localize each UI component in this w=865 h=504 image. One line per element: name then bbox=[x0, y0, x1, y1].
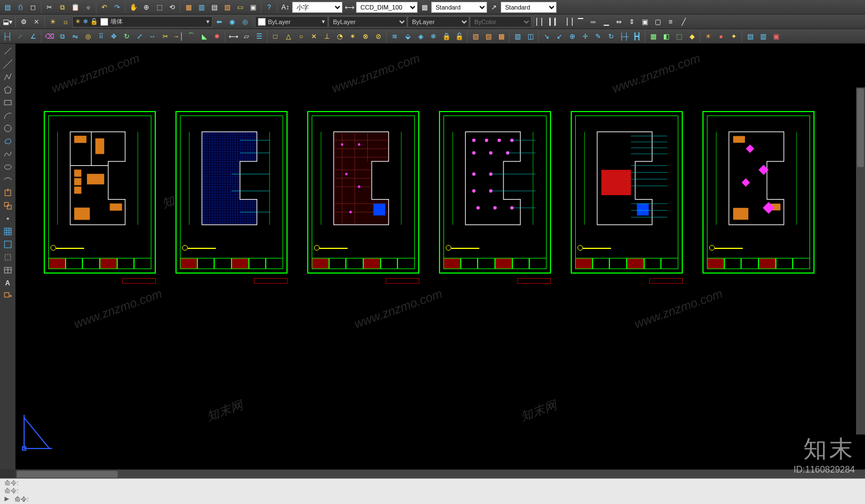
ellipse-tool-icon[interactable] bbox=[1, 161, 15, 173]
gradient-icon[interactable]: ◧ bbox=[660, 30, 672, 43]
new-icon[interactable]: ▤ bbox=[1, 1, 13, 13]
xline-tool-icon[interactable] bbox=[1, 58, 15, 70]
make-block-tool-icon[interactable] bbox=[1, 200, 15, 212]
vertical-scrollbar[interactable] bbox=[856, 87, 865, 434]
dim-base-icon[interactable]: ┣┫ bbox=[631, 30, 643, 43]
hatch-back-icon[interactable]: ╱ bbox=[677, 16, 690, 28]
move-icon[interactable]: ✥ bbox=[108, 30, 120, 43]
block-insert-icon[interactable]: ▧ bbox=[469, 30, 482, 43]
workspace-icon[interactable]: ⬓▾ bbox=[1, 16, 13, 28]
viewport-icon[interactable]: ▥ bbox=[511, 30, 524, 43]
align-right-icon[interactable]: ▕▕ bbox=[561, 16, 573, 28]
boundary-icon[interactable]: ⬚ bbox=[673, 30, 685, 43]
osnap-mid-icon[interactable]: △ bbox=[282, 30, 294, 43]
align-left-icon[interactable]: ▏▏ bbox=[535, 16, 548, 28]
bring-front-icon[interactable]: ▣ bbox=[639, 16, 651, 28]
command-input[interactable]: ▶ 命令: bbox=[0, 494, 865, 503]
block-edit-icon[interactable]: ▩ bbox=[495, 30, 507, 43]
erase-icon[interactable]: ⌫ bbox=[43, 30, 55, 43]
region-icon[interactable]: ◆ bbox=[686, 30, 698, 43]
layer-match-icon[interactable]: ⬙ bbox=[401, 30, 414, 43]
render-icon[interactable]: ☀ bbox=[702, 30, 714, 43]
point-tool-icon[interactable] bbox=[1, 212, 15, 225]
spline-tool-icon[interactable] bbox=[1, 148, 15, 160]
drawing-canvas[interactable]: www.znzmo.com www.znzmo.com www.znzmo.co… bbox=[16, 44, 865, 469]
material-icon[interactable]: ● bbox=[715, 30, 727, 43]
mleader-icon[interactable]: ↙ bbox=[553, 30, 566, 43]
zoom-window-icon[interactable]: ⬚ bbox=[153, 1, 165, 13]
distance-icon[interactable]: ⟷ bbox=[227, 30, 239, 43]
arc-tool-icon[interactable] bbox=[1, 109, 15, 122]
express1-icon[interactable]: ▤ bbox=[744, 30, 756, 43]
circle-tool-icon[interactable] bbox=[1, 122, 15, 135]
text-front-icon[interactable]: ≡ bbox=[664, 16, 677, 28]
mtext-tool-icon[interactable]: A bbox=[1, 277, 15, 289]
align-bottom-icon[interactable]: ▁ bbox=[600, 16, 612, 28]
horizontal-scrollbar[interactable] bbox=[16, 469, 865, 478]
hatch-tool-icon[interactable] bbox=[1, 225, 15, 238]
dimstyle-icon[interactable]: ⟷ bbox=[343, 1, 355, 13]
dim-edit-icon[interactable]: ✎ bbox=[592, 30, 604, 43]
extend-icon[interactable]: →│ bbox=[172, 30, 184, 43]
layer-state-icon[interactable]: ☼ bbox=[59, 16, 72, 28]
linear-dim-icon[interactable]: ├┤ bbox=[1, 30, 13, 43]
color-select[interactable]: ByLayer ▾ bbox=[255, 16, 328, 27]
ellipsearc-tool-icon[interactable] bbox=[1, 174, 15, 186]
dim-update-icon[interactable]: ↻ bbox=[605, 30, 617, 43]
textstyle-select[interactable]: 小字 bbox=[292, 2, 343, 13]
list-icon[interactable]: ☰ bbox=[253, 30, 265, 43]
preview-icon[interactable]: ◻ bbox=[27, 1, 39, 13]
hatch-icon[interactable]: ▦ bbox=[647, 30, 659, 43]
layer-iso-icon[interactable]: ◉ bbox=[226, 16, 238, 28]
align-mid-icon[interactable]: ═ bbox=[587, 16, 599, 28]
osnap-tan-icon[interactable]: ◔ bbox=[334, 30, 346, 43]
area-icon[interactable]: ▱ bbox=[240, 30, 252, 43]
print-icon[interactable]: ⎙ bbox=[14, 1, 26, 13]
copy-obj-icon[interactable]: ⧉ bbox=[56, 30, 68, 43]
layer-cur-icon[interactable]: ◈ bbox=[414, 30, 427, 43]
undo-icon[interactable]: ↶ bbox=[98, 1, 110, 13]
scale-icon[interactable]: ⤢ bbox=[133, 30, 146, 43]
array-icon[interactable]: ⠿ bbox=[95, 30, 107, 43]
osnap-end-icon[interactable]: □ bbox=[269, 30, 281, 43]
dimstyle-select[interactable]: CCD_DIM_100 bbox=[356, 2, 418, 13]
layer-select[interactable]: ☀ ❄ 🔓 墙体 ▾ bbox=[72, 16, 212, 27]
osnap-node-icon[interactable]: ⊗ bbox=[359, 30, 372, 43]
rectangle-tool-icon[interactable] bbox=[1, 96, 15, 109]
close-icon[interactable]: ✕ bbox=[30, 16, 43, 28]
offset-icon[interactable]: ◎ bbox=[82, 30, 94, 43]
mirror-icon[interactable]: ⇋ bbox=[69, 30, 81, 43]
layer-frz-icon[interactable]: ❄ bbox=[427, 30, 440, 43]
distribute-v-icon[interactable]: ⇕ bbox=[626, 16, 638, 28]
tolerance-icon[interactable]: ⊕ bbox=[566, 30, 579, 43]
cut-icon[interactable]: ✂ bbox=[43, 1, 55, 13]
redo-icon[interactable]: ↷ bbox=[111, 1, 123, 13]
tablestyle-select[interactable]: Standard bbox=[431, 2, 487, 13]
designtool-icon[interactable]: ▥ bbox=[195, 1, 207, 13]
layer-walk-icon[interactable]: ≋ bbox=[388, 30, 401, 43]
layer-unlock-icon[interactable]: 🔓 bbox=[453, 30, 465, 43]
layer-lock-icon[interactable]: 🔒 bbox=[440, 30, 452, 43]
trim-icon[interactable]: ✂ bbox=[159, 30, 172, 43]
express3-icon[interactable]: ▣ bbox=[770, 30, 782, 43]
layer-manager-icon[interactable]: ☀ bbox=[47, 16, 59, 28]
paste-icon[interactable]: 📋 bbox=[69, 1, 81, 13]
lineweight-select[interactable]: ByLayer bbox=[329, 16, 407, 27]
revcloud-tool-icon[interactable] bbox=[1, 135, 15, 147]
zoom-realtime-icon[interactable]: ⊕ bbox=[140, 1, 152, 13]
properties-icon[interactable]: ▦ bbox=[182, 1, 195, 13]
align-top-icon[interactable]: ▔ bbox=[574, 16, 586, 28]
mleaderstyle-icon[interactable]: ↗ bbox=[488, 1, 500, 13]
dim-cont-icon[interactable]: ├┼ bbox=[618, 30, 630, 43]
send-back-icon[interactable]: ▢ bbox=[651, 16, 664, 28]
plotstyle-select[interactable]: ByLayer bbox=[408, 16, 469, 27]
calc-icon[interactable]: ▭ bbox=[234, 1, 246, 13]
osnap-none-icon[interactable]: ⊘ bbox=[372, 30, 385, 43]
polyline-tool-icon[interactable] bbox=[1, 71, 15, 83]
addselected-tool-icon[interactable] bbox=[1, 290, 15, 302]
stretch-icon[interactable]: ↔ bbox=[146, 30, 159, 43]
osnap-per-icon[interactable]: ⊥ bbox=[321, 30, 333, 43]
rotate-icon[interactable]: ↻ bbox=[121, 30, 133, 43]
light-icon[interactable]: ✦ bbox=[728, 30, 740, 43]
tablestyle-icon[interactable]: ▦ bbox=[418, 1, 431, 13]
